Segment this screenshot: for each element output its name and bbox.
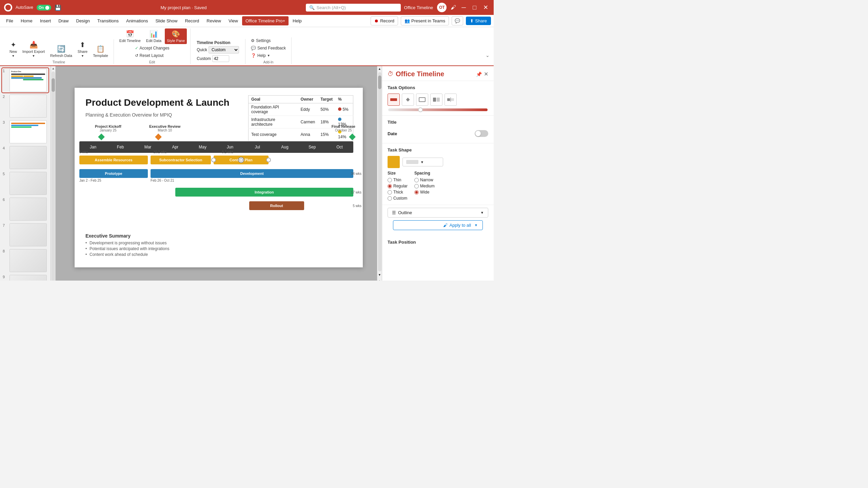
date-toggle[interactable] [475, 130, 488, 137]
scroll-up-btn[interactable]: ▲ [51, 66, 56, 71]
slide-thumb-9[interactable]: 9 [2, 274, 48, 281]
menu-ot-pro[interactable]: Office Timeline Pro+ [242, 16, 289, 25]
user-avatar[interactable]: OT [437, 3, 447, 12]
slide-thumb-7[interactable]: 7 [2, 223, 48, 247]
menu-draw[interactable]: Draw [55, 16, 72, 25]
task-prototype[interactable]: Prototype [79, 169, 148, 178]
search-bar[interactable]: 🔍 Search (Alt+Q) [306, 4, 401, 12]
panel-pin-button[interactable]: 📌 [476, 72, 482, 77]
edit-data-button[interactable]: 📊 Edit Data [144, 28, 163, 44]
size-regular-radio[interactable] [388, 184, 392, 188]
slide-thumb-1[interactable]: 1 Product Dev [2, 68, 48, 93]
owner-col-header: Owner [298, 96, 318, 103]
canvas-scroll-thumb[interactable] [378, 76, 381, 89]
canvas-scroll-arrow-up2[interactable]: ▲ [377, 278, 382, 281]
shape-rect-option[interactable] [416, 94, 428, 106]
spacing-medium-radio[interactable] [414, 184, 419, 188]
send-feedback-button[interactable]: 💬 Send Feedback [249, 45, 288, 52]
menu-slideshow[interactable]: Slide Show [152, 16, 181, 25]
menu-home[interactable]: Home [17, 16, 36, 25]
size-custom-radio[interactable] [388, 196, 392, 201]
size-thin-option[interactable]: Thin [388, 178, 408, 182]
menu-transitions[interactable]: Transitions [94, 16, 122, 25]
apply-all-button[interactable]: 🖌 Apply to all ▼ [393, 220, 483, 230]
menu-help[interactable]: Help [289, 16, 305, 25]
size-thick-option[interactable]: Thick [388, 190, 408, 195]
import-export-button[interactable]: 📥 Import Export ▼ [20, 39, 47, 59]
panel-close-button[interactable]: ✕ [484, 71, 488, 77]
task-development[interactable]: Development [151, 169, 353, 178]
template-button[interactable]: 📋 Template [91, 43, 110, 59]
style-pane-button[interactable]: 🎨 Style Pane [165, 28, 187, 44]
color-slider[interactable] [388, 108, 488, 111]
slide-thumb-2[interactable]: 2 [2, 94, 48, 118]
present-in-teams-button[interactable]: 👥 Present in Teams [401, 16, 449, 25]
ribbon-collapse-icon[interactable]: ⌄ [486, 53, 490, 58]
autosave-toggle[interactable]: On ⬤ [37, 5, 51, 11]
share-button[interactable]: ⬆ Share [466, 17, 491, 25]
slide-thumb-3[interactable]: 3 [2, 120, 48, 144]
accept-changes-button[interactable]: ✓ Accept Changes [133, 45, 172, 52]
spacing-narrow-label: Narrow [420, 178, 433, 182]
task-integration[interactable]: Integration [175, 188, 353, 197]
shape-split-option[interactable] [430, 94, 442, 106]
size-thick-radio[interactable] [388, 190, 392, 195]
spacing-narrow-radio[interactable] [414, 178, 419, 182]
task-circle-right [266, 158, 271, 162]
spacing-wide-radio[interactable] [414, 190, 419, 195]
color-slider-thumb[interactable] [418, 107, 423, 112]
reset-layout-button[interactable]: ↺ Reset Layout [133, 52, 172, 59]
slide-thumb-6[interactable]: 6 [2, 197, 48, 221]
size-custom-option[interactable]: Custom [388, 196, 408, 201]
size-regular-option[interactable]: Regular [388, 184, 408, 188]
menu-design[interactable]: Design [73, 16, 93, 25]
spacing-wide-option[interactable]: Wide [414, 190, 435, 195]
spacing-medium-option[interactable]: Medium [414, 184, 435, 188]
settings-button[interactable]: ⚙ Settings [249, 37, 288, 44]
task-color-box[interactable] [388, 156, 400, 168]
new-button[interactable]: ✦ New ▼ [7, 39, 19, 59]
outline-button[interactable]: ☰ Outline ▼ [388, 208, 488, 218]
slides-scrollbar[interactable]: ▲ ▼ [51, 66, 56, 281]
task-rollout[interactable]: Rollout [249, 201, 304, 210]
edit-timeline-button[interactable]: 📅 Edit Timeline [117, 28, 143, 44]
pct-col-header: % [335, 96, 353, 103]
slide-img-9 [9, 275, 47, 281]
shape-select[interactable]: ▼ [402, 158, 443, 166]
minimize-button[interactable]: ─ [460, 4, 467, 11]
slide-thumb-4[interactable]: 4 [2, 145, 48, 170]
menu-view[interactable]: View [225, 16, 241, 25]
menu-file[interactable]: File [3, 16, 17, 25]
shape-diamond-option[interactable] [402, 94, 414, 106]
task-assemble-resources[interactable]: Assemble Resources [79, 156, 148, 164]
slide-num-6: 6 [3, 198, 7, 202]
spacing-narrow-option[interactable]: Narrow [414, 178, 435, 182]
menu-bar: File Home Insert Draw Design Transitions… [0, 15, 494, 27]
canvas-scroll-up[interactable]: ▲ [377, 66, 382, 72]
help-button[interactable]: ❓ Help ▼ [249, 52, 288, 59]
scroll-thumb[interactable] [52, 78, 55, 92]
quick-select[interactable]: Custom [209, 46, 239, 54]
close-button[interactable]: ✕ [482, 4, 490, 11]
record-button[interactable]: ⏺ Record [371, 16, 398, 25]
custom-value-input[interactable] [212, 55, 229, 62]
menu-insert[interactable]: Insert [37, 16, 55, 25]
menu-animations[interactable]: Animations [123, 16, 151, 25]
refresh-data-button[interactable]: 🔄 Refresh Data [48, 43, 74, 59]
maximize-button[interactable]: □ [471, 4, 478, 11]
menu-record[interactable]: Record [181, 16, 202, 25]
size-thin-radio[interactable] [388, 178, 392, 182]
shape-progress-option[interactable] [445, 94, 457, 106]
slide-thumb-8[interactable]: 8 [2, 248, 48, 273]
task-subcontractor[interactable]: Subcontractor Selection [151, 156, 211, 164]
shape-bar-option[interactable] [388, 94, 400, 106]
slide-thumb-5[interactable]: 5 [2, 171, 48, 196]
spacing-wide-label: Wide [420, 190, 429, 195]
canvas-scrollbar-v[interactable]: ▲ ▼ ▲ ▼ [377, 66, 382, 281]
task-drag-handle[interactable] [238, 157, 244, 163]
menu-review[interactable]: Review [203, 16, 224, 25]
brush-icon[interactable]: 🖌 [451, 4, 456, 11]
share-ribbon-button[interactable]: ⬆ Share ▼ [76, 39, 90, 59]
comment-button[interactable]: 💬 [452, 16, 463, 25]
canvas-scroll-down[interactable]: ▼ [377, 272, 382, 278]
